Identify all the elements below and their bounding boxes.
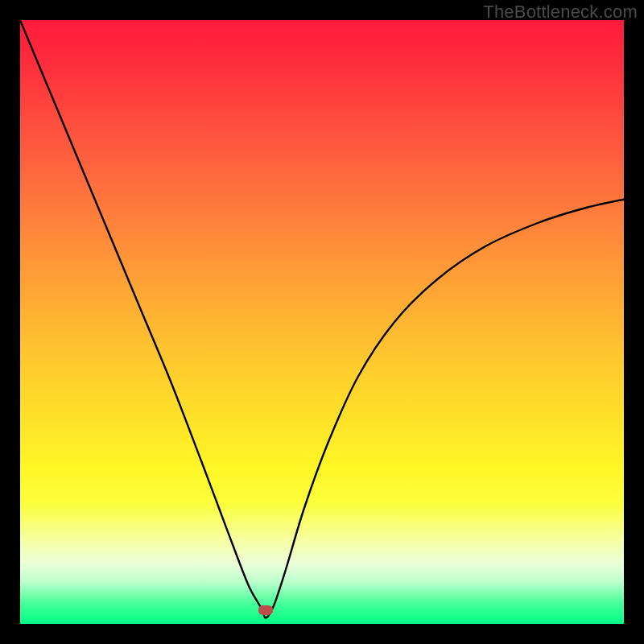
chart-frame: TheBottleneck.com [0, 0, 644, 644]
optimal-point-marker [258, 605, 273, 615]
plot-area [20, 20, 624, 624]
bottleneck-curve [20, 20, 624, 624]
watermark-text: TheBottleneck.com [483, 2, 638, 23]
